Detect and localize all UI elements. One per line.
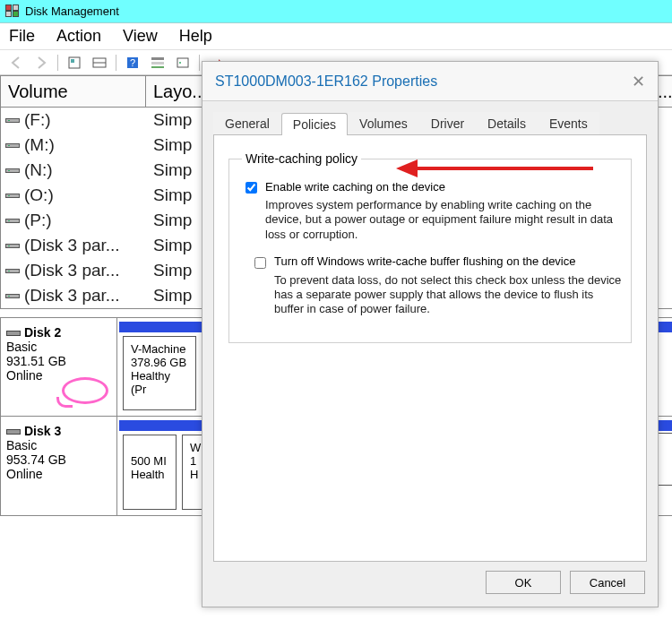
turn-off-flush-row[interactable]: Turn off Windows write-cache buffer flus… — [251, 254, 622, 271]
disk-status: Online — [6, 467, 111, 481]
volume-name: (M:) — [24, 135, 146, 155]
tab-volumes[interactable]: Volumes — [348, 112, 419, 134]
svg-rect-9 — [177, 58, 188, 67]
volume-name: (N:) — [24, 160, 146, 180]
toolbar-separator — [199, 55, 200, 71]
partition-box[interactable]: V-Machine 378.96 GB Healthy (Pr — [123, 336, 196, 410]
enable-write-caching-label: Enable write caching on the device — [265, 180, 445, 194]
tab-body-policies: Write-caching policy Enable write cachin… — [213, 135, 647, 562]
turn-off-flush-label: Turn off Windows write-cache buffer flus… — [274, 254, 576, 268]
annotation-circle-tail — [56, 397, 73, 408]
volume-name: (O:) — [24, 185, 146, 205]
dialog-title: ST1000DM003-1ER162 Properties — [215, 73, 437, 90]
toolbar-btn-4[interactable] — [172, 53, 194, 73]
volume-name: (Disk 3 par... — [24, 286, 146, 306]
turn-off-flush-desc: To prevent data loss, do not select this… — [274, 273, 622, 317]
partition-size: 500 MI — [131, 454, 168, 468]
enable-write-caching-checkbox[interactable] — [246, 182, 257, 194]
partition-box[interactable]: 500 MI Health — [123, 435, 177, 510]
cancel-button[interactable]: Cancel — [570, 571, 645, 594]
partition-status: Healthy (Pr — [131, 369, 188, 396]
disk-type: Basic — [6, 340, 111, 354]
col-volume[interactable]: Volume — [1, 76, 146, 107]
enable-write-caching-row[interactable]: Enable write caching on the device — [242, 180, 622, 196]
help-icon[interactable]: ? — [122, 53, 143, 73]
volume-name: (Disk 3 par... — [24, 261, 146, 280]
tab-details[interactable]: Details — [476, 112, 538, 134]
back-icon[interactable] — [5, 53, 27, 73]
disk-name: Disk 3 — [24, 424, 61, 438]
tab-general[interactable]: General — [213, 112, 281, 134]
toolbar-separator — [57, 55, 58, 71]
volume-name: (F:) — [24, 110, 146, 130]
close-icon[interactable]: ✕ — [632, 72, 645, 91]
volume-name: (P:) — [24, 211, 146, 230]
ok-button[interactable]: OK — [486, 571, 561, 594]
disk-mgmt-icon — [5, 4, 20, 19]
partition-size: 378.96 GB — [131, 356, 188, 369]
disk-name: Disk 2 — [24, 325, 61, 340]
svg-point-10 — [179, 62, 181, 64]
toolbar-btn-1[interactable] — [64, 53, 85, 73]
dialog-buttons: OK Cancel — [202, 562, 658, 607]
menu-action[interactable]: Action — [56, 27, 101, 46]
menubar: File Action View Help — [0, 23, 672, 50]
write-caching-group: Write-caching policy Enable write cachin… — [228, 151, 632, 343]
svg-rect-1 — [71, 59, 74, 63]
volume-name: (Disk 3 par... — [24, 236, 146, 255]
menu-view[interactable]: View — [123, 27, 158, 46]
toolbar-btn-3[interactable] — [147, 53, 168, 73]
tab-policies[interactable]: Policies — [281, 113, 348, 135]
enable-write-caching-desc: Improves system performance by enabling … — [265, 198, 622, 242]
partition-status: Health — [131, 468, 168, 481]
properties-dialog: ST1000DM003-1ER162 Properties ✕ General … — [202, 61, 659, 607]
partition-title: V-Machine — [131, 342, 188, 356]
tab-events[interactable]: Events — [538, 112, 599, 134]
disk-info: Disk 2 Basic 931.51 GB Online — [1, 318, 117, 416]
disk-icon — [6, 331, 21, 336]
toolbar-separator — [116, 55, 116, 71]
svg-text:?: ? — [130, 57, 135, 68]
toolbar-btn-2[interactable] — [89, 53, 110, 73]
disk-info: Disk 3 Basic 953.74 GB Online — [1, 417, 117, 515]
disk-size: 953.74 GB — [6, 452, 111, 467]
titlebar: Disk Management — [0, 0, 672, 23]
disk-icon — [6, 429, 21, 435]
disk-size: 931.51 GB — [6, 354, 111, 368]
turn-off-flush-checkbox[interactable] — [254, 257, 266, 269]
write-caching-legend: Write-caching policy — [242, 151, 361, 166]
svg-rect-6 — [151, 57, 164, 60]
svg-rect-8 — [151, 66, 164, 68]
forward-icon[interactable] — [30, 53, 52, 73]
window-title: Disk Management — [25, 4, 119, 18]
tabstrip: General Policies Volumes Driver Details … — [213, 110, 647, 135]
tab-driver[interactable]: Driver — [419, 112, 476, 134]
menu-help[interactable]: Help — [179, 27, 212, 46]
svg-rect-7 — [151, 62, 164, 65]
dialog-titlebar[interactable]: ST1000DM003-1ER162 Properties ✕ — [202, 62, 658, 101]
menu-file[interactable]: File — [9, 27, 35, 46]
disk-type: Basic — [6, 438, 111, 452]
